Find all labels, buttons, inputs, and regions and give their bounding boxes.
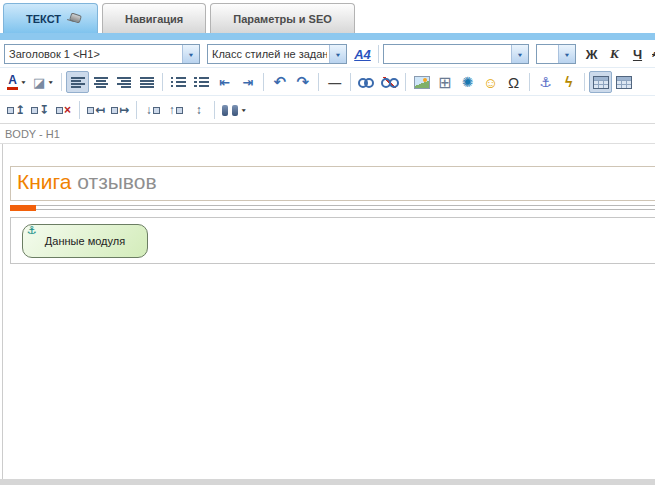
font-color-button[interactable]: A: [4, 71, 30, 93]
tab-params-seo-label: Параметры и SEO: [233, 13, 332, 25]
chevron-down-icon: [511, 45, 528, 63]
fill-color-button[interactable]: ◪: [30, 71, 57, 93]
arrow-up-icon: ↑: [169, 104, 175, 116]
heading-divider: [10, 205, 655, 210]
align-justify-button[interactable]: [135, 71, 158, 93]
split-icon: ↕: [196, 104, 202, 116]
insert-row-above-button[interactable]: ↥: [4, 99, 28, 121]
split-cell-button[interactable]: ↕: [187, 99, 210, 121]
css-class-select[interactable]: Класс стилей не задан: [207, 44, 347, 64]
toolbar-row-2: A ◪ ⇤ ⇥ ↶ ↷ —: [0, 68, 655, 96]
merge-cells-up-button[interactable]: ↑: [164, 99, 187, 121]
wysiwyg-editor-window: ТЕКСТ Навигация Параметры и SEO Заголово…: [0, 0, 655, 485]
insert-anchor-button[interactable]: ⚓: [534, 71, 557, 93]
table-properties-button[interactable]: [612, 71, 635, 93]
special-char-button[interactable]: Ω: [502, 71, 525, 93]
chevron-down-icon: [329, 45, 346, 63]
insert-column-right-button[interactable]: ↦: [108, 99, 132, 121]
cell-icon: [153, 107, 160, 114]
separator: [136, 101, 137, 119]
italic-button[interactable]: К: [603, 43, 626, 65]
merge-cells-down-button[interactable]: ↓: [141, 99, 164, 121]
binoculars-icon: [222, 105, 238, 116]
font-family-select[interactable]: [383, 44, 529, 64]
cell-icon: [87, 107, 94, 114]
italic-icon: К: [610, 46, 619, 62]
strikethrough-button[interactable]: АБВ: [649, 43, 655, 65]
flash-grid-icon: ⊞: [438, 73, 451, 92]
fill-color-icon: ◪: [33, 75, 45, 90]
module-data-button[interactable]: ⚓ Данные модуля: [22, 224, 148, 258]
toolbar-row-1: Заголовок 1 <H1> Класс стилей не задан A…: [0, 40, 655, 68]
align-right-button[interactable]: [112, 71, 135, 93]
separator: [61, 73, 62, 91]
editor-toolbar: Заголовок 1 <H1> Класс стилей не задан A…: [0, 40, 655, 124]
indent-button[interactable]: ⇥: [236, 71, 259, 93]
delete-row-button[interactable]: ×: [52, 99, 75, 121]
h1-heading-block[interactable]: Книга отзывов: [10, 166, 655, 201]
underline-button[interactable]: Ч: [626, 43, 649, 65]
cleanup-code-button[interactable]: ϟ: [557, 71, 580, 93]
link-icon: [358, 77, 375, 88]
arrow-down-icon: ↧: [39, 104, 49, 116]
chevron-down-icon: [47, 79, 54, 86]
anchor-icon: ⚓: [539, 74, 552, 90]
insert-smiley-button[interactable]: ☺: [479, 71, 502, 93]
arrow-up-icon: ↥: [15, 104, 25, 116]
chevron-down-icon: [240, 107, 247, 114]
tab-accent-bar: [0, 33, 655, 40]
element-path-bar: BODY - H1: [0, 124, 655, 144]
undo-button[interactable]: ↶: [268, 71, 291, 93]
paragraph-format-select[interactable]: Заголовок 1 <H1>: [4, 44, 200, 64]
insert-macros-button[interactable]: ✺: [456, 71, 479, 93]
numbered-list-button[interactable]: [167, 71, 190, 93]
remove-link-button[interactable]: [378, 71, 401, 93]
heading-divider-accent: [10, 205, 36, 211]
align-left-button[interactable]: [66, 71, 89, 93]
arrow-down-icon: ↓: [146, 104, 152, 116]
unlink-icon: [381, 77, 398, 88]
editor-canvas[interactable]: Книга отзывов ⚓ Данные модуля: [2, 144, 655, 479]
module-placeholder-block[interactable]: ⚓ Данные модуля: [10, 217, 655, 264]
align-center-button[interactable]: [89, 71, 112, 93]
insert-column-left-button[interactable]: ↤: [84, 99, 108, 121]
font-size-button[interactable]: A4: [351, 43, 374, 65]
separator: [79, 101, 80, 119]
tab-navigation[interactable]: Навигация: [102, 3, 206, 33]
smiley-icon: ☺: [483, 74, 498, 91]
insert-flash-button[interactable]: ⊞: [433, 71, 456, 93]
horizontal-rule-button[interactable]: —: [323, 71, 346, 93]
paragraph-format-value: Заголовок 1 <H1>: [5, 48, 100, 60]
font-color-icon: A: [7, 74, 18, 90]
bold-button[interactable]: Ж: [580, 43, 603, 65]
anchor-marker-icon: ⚓: [27, 224, 37, 237]
font-size-select[interactable]: [536, 44, 576, 64]
outdent-button[interactable]: ⇤: [213, 71, 236, 93]
align-center-icon: [94, 76, 108, 88]
separator: [378, 45, 379, 63]
chevron-down-icon: [20, 79, 27, 86]
indent-icon: ⇥: [242, 75, 253, 90]
font-size-icon: A4: [354, 47, 371, 62]
find-replace-button[interactable]: [219, 99, 250, 121]
bullet-list-button[interactable]: [190, 71, 213, 93]
separator: [405, 73, 406, 91]
separator: [584, 73, 585, 91]
bottom-scrollbar-track[interactable]: [0, 479, 655, 485]
lightning-icon: ϟ: [565, 74, 572, 90]
insert-row-below-button[interactable]: ↧: [28, 99, 52, 121]
tab-params-seo[interactable]: Параметры и SEO: [210, 3, 355, 33]
separator: [162, 73, 163, 91]
insert-table-button[interactable]: [589, 71, 612, 93]
insert-link-button[interactable]: [355, 71, 378, 93]
module-data-label: Данные модуля: [45, 235, 125, 247]
separator: [318, 73, 319, 91]
cell-icon: [7, 107, 14, 114]
heading-word-orange: Книга: [17, 170, 71, 193]
cell-icon: [176, 107, 183, 114]
insert-image-button[interactable]: [410, 71, 433, 93]
redo-button[interactable]: ↷: [291, 71, 314, 93]
underline-icon: Ч: [633, 47, 642, 62]
bold-icon: Ж: [586, 47, 598, 62]
tab-text[interactable]: ТЕКСТ: [3, 3, 98, 33]
